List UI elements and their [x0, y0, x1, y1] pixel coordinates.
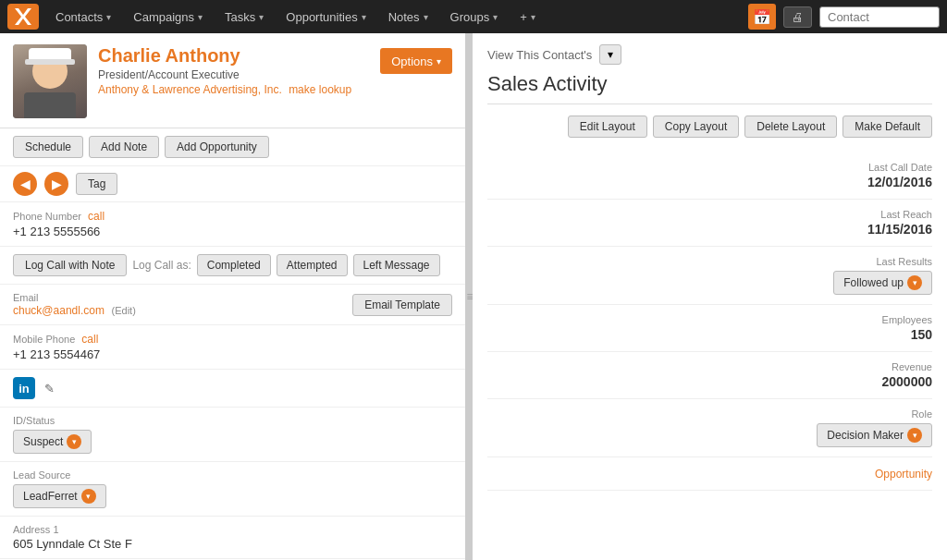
options-button[interactable]: Options ▾ — [380, 48, 452, 74]
phone-call-link[interactable]: call — [88, 210, 105, 223]
linkedin-icon[interactable]: in — [13, 377, 35, 399]
chevron-down-icon: ▾ — [424, 12, 428, 22]
phone-section: Phone Number call +1 213 5555566 — [0, 202, 465, 247]
copy-layout-button[interactable]: Copy Layout — [653, 116, 739, 138]
edit-layout-button[interactable]: Edit Layout — [568, 116, 647, 138]
nav-right-section: 📅 🖨 — [748, 4, 940, 30]
view-contact-dropdown[interactable]: ▾ — [599, 44, 621, 65]
mobile-call-link[interactable]: call — [81, 333, 98, 346]
opportunity-section: Opportunity — [487, 457, 932, 491]
make-default-button[interactable]: Make Default — [842, 116, 932, 138]
role-inner: Role Decision Maker ▾ — [817, 408, 932, 447]
revenue-value: 2000000 — [487, 374, 932, 389]
schedule-button[interactable]: Schedule — [13, 136, 83, 158]
linkedin-edit-icon[interactable]: ✎ — [44, 382, 55, 396]
nav-opportunities[interactable]: Opportunities ▾ — [277, 6, 375, 28]
top-nav: Contacts ▾ Campaigns ▾ Tasks ▾ Opportuni… — [0, 0, 947, 33]
nav-groups[interactable]: Groups ▾ — [441, 6, 508, 28]
phone-value: +1 213 5555566 — [13, 225, 452, 238]
contact-info: Charlie Anthony President/Account Execut… — [98, 44, 369, 96]
action-row: Schedule Add Note Add Opportunity — [0, 128, 465, 166]
chevron-down-icon: ▾ — [106, 12, 111, 22]
attempted-button[interactable]: Attempted — [277, 254, 348, 276]
left-message-button[interactable]: Left Message — [353, 254, 440, 276]
employees-label: Employees — [487, 314, 932, 325]
mobile-phone-section: Mobile Phone call +1 213 5554467 — [0, 325, 465, 370]
role-field: Role Decision Maker ▾ — [487, 399, 932, 457]
opportunity-link[interactable]: Opportunity — [875, 468, 932, 481]
calendar-icon: 📅 — [753, 8, 771, 26]
id-status-section: ID/Status Suspect ▾ — [0, 408, 465, 462]
mobile-phone-value: +1 213 5554467 — [13, 347, 452, 361]
revenue-field: Revenue 2000000 — [487, 352, 932, 399]
nav-icons-row: ◀ ▶ Tag — [0, 166, 465, 202]
nav-plus[interactable]: + ▾ — [510, 6, 545, 28]
email-row: Email chuck@aandl.com (Edit) Email Templ… — [0, 285, 465, 325]
id-status-dropdown[interactable]: Suspect ▾ — [13, 430, 92, 454]
app-logo[interactable] — [7, 4, 39, 30]
last-call-date-field: Last Call Date 12/01/2016 — [487, 152, 932, 200]
revenue-label: Revenue — [487, 361, 932, 372]
print-button[interactable]: 🖨 — [783, 6, 812, 28]
chevron-down-icon: ▾ — [493, 12, 498, 22]
last-reach-value: 11/15/2016 — [487, 222, 932, 237]
nav-tasks[interactable]: Tasks ▾ — [215, 6, 273, 28]
chevron-down-icon: ▾ — [362, 12, 366, 22]
last-results-label: Last Results — [833, 256, 932, 267]
nav-contacts[interactable]: Contacts ▾ — [46, 6, 120, 28]
last-results-field: Last Results Followed up ▾ — [487, 247, 932, 305]
chevron-down-icon: ▾ — [259, 12, 264, 22]
chevron-down-icon: ▾ — [81, 489, 96, 504]
add-note-button[interactable]: Add Note — [89, 136, 159, 158]
linkedin-section: in ✎ — [0, 370, 465, 408]
completed-button[interactable]: Completed — [197, 254, 271, 276]
svg-marker-0 — [15, 8, 31, 25]
calendar-button[interactable]: 📅 — [748, 4, 776, 30]
address-value: 605 Lynndale Ct Ste F — [13, 537, 452, 551]
layout-buttons-row: Edit Layout Copy Layout Delete Layout Ma… — [487, 116, 932, 138]
nav-notes[interactable]: Notes ▾ — [379, 6, 437, 28]
avatar — [13, 44, 87, 118]
log-call-row: Log Call with Note Log Call as: Complete… — [0, 247, 465, 285]
contact-company: Anthony & Lawrence Advertising, Inc. mak… — [98, 83, 369, 96]
logo-icon — [13, 6, 33, 27]
contact-title: President/Account Executive — [98, 68, 369, 81]
last-results-dropdown[interactable]: Followed up ▾ — [833, 271, 932, 295]
contact-name: Charlie Anthony — [98, 44, 369, 67]
right-arrow-icon: ▶ — [52, 177, 62, 191]
role-label: Role — [817, 408, 932, 420]
email-address[interactable]: chuck@aandl.com — [13, 304, 105, 317]
phone-label: Phone Number call — [13, 210, 452, 223]
chevron-down-icon: ▾ — [67, 434, 81, 449]
employees-value: 150 — [487, 327, 932, 342]
address-section: Address 1 605 Lynndale Ct Ste F — [0, 517, 465, 559]
delete-layout-button[interactable]: Delete Layout — [744, 116, 837, 138]
email-template-button[interactable]: Email Template — [352, 294, 452, 316]
lead-source-dropdown[interactable]: LeadFerret ▾ — [13, 484, 106, 508]
email-edit-link[interactable]: (Edit) — [112, 305, 136, 316]
contact-header: Charlie Anthony President/Account Execut… — [0, 33, 465, 128]
email-label: Email — [13, 292, 136, 303]
email-left: Email chuck@aandl.com (Edit) — [13, 292, 136, 317]
log-call-as-label: Log Call as: — [132, 259, 191, 272]
log-call-button[interactable]: Log Call with Note — [13, 254, 127, 276]
last-reach-field: Last Reach 11/15/2016 — [487, 200, 932, 247]
lead-source-label: Lead Source — [13, 469, 452, 481]
left-arrow-button[interactable]: ◀ — [13, 172, 37, 196]
make-lookup-link[interactable]: make lookup — [289, 83, 351, 96]
sales-activity-title: Sales Activity — [487, 72, 932, 104]
nav-campaigns[interactable]: Campaigns ▾ — [124, 6, 212, 28]
right-arrow-button[interactable]: ▶ — [44, 172, 68, 196]
role-dropdown[interactable]: Decision Maker ▾ — [817, 423, 932, 447]
last-results-inner: Last Results Followed up ▾ — [833, 256, 932, 295]
print-icon: 🖨 — [792, 10, 804, 24]
tag-button[interactable]: Tag — [76, 173, 117, 195]
chevron-down-icon: ▾ — [198, 12, 203, 22]
view-contact-label: View This Contact's — [487, 48, 592, 62]
search-input[interactable] — [819, 6, 940, 28]
add-opportunity-button[interactable]: Add Opportunity — [165, 136, 269, 158]
chevron-down-icon: ▾ — [907, 275, 922, 290]
right-panel: View This Contact's ▾ Sales Activity Edi… — [473, 33, 947, 560]
view-contact-row: View This Contact's ▾ — [487, 44, 932, 65]
last-reach-label: Last Reach — [487, 209, 932, 220]
